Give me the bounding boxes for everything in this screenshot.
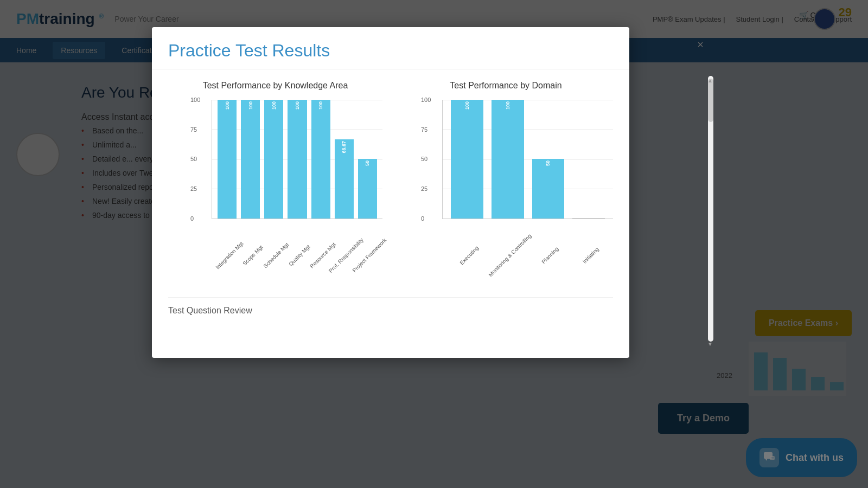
modal-close-button[interactable]: ×	[693, 37, 708, 52]
bar-initiating-fill	[572, 218, 605, 219]
bar-initiating: Initiating	[572, 100, 605, 219]
bar-prof-resp-fill: 66.67	[335, 139, 354, 219]
bar-integration-fill: 100	[218, 100, 237, 219]
chart1-y50: 50	[190, 156, 197, 162]
chart2-y25: 25	[421, 185, 427, 192]
bar-monitoring-fill: 100	[492, 100, 524, 219]
chart1-area: 100 75 50 25 0	[168, 100, 382, 262]
bar-schedule-value: 100	[271, 101, 277, 110]
modal-scrollbar[interactable]	[708, 76, 713, 342]
bar-planning-label: Planning	[541, 246, 560, 265]
bar-integration-label: Integration Mgt	[214, 240, 244, 270]
chart1-y100: 100	[190, 97, 200, 103]
bar-schedule: 100 Schedule Mgt	[264, 100, 283, 219]
bar-initiating-label: Initiating	[582, 246, 600, 265]
bar-quality-value: 100	[295, 101, 300, 110]
bar-planning-fill: 50	[532, 159, 565, 219]
chart-domain: Test Performance by Domain 100 75 50 25	[399, 80, 613, 286]
bar-executing: 100 Executing	[451, 100, 483, 219]
bar-prof-resp-value: 66.67	[341, 141, 347, 153]
chart2-y100: 100	[421, 97, 431, 103]
bar-planning-value: 50	[545, 160, 551, 166]
bar-proj-framework-fill: 50	[358, 159, 377, 219]
chart2-y50: 50	[421, 156, 427, 162]
chart2-bars: 100 Executing 100 Monitoring & Contr	[443, 100, 613, 219]
bar-scope-value: 100	[248, 101, 253, 110]
bar-resource: 100 Resource Mgt	[311, 100, 330, 219]
footer-peek-text: Test Question Review	[168, 306, 252, 315]
bar-scope: 100 Scope Mgt	[241, 100, 260, 219]
bar-executing-value: 100	[464, 101, 470, 110]
bar-quality-label: Quality Mgt	[288, 243, 311, 267]
bar-executing-label: Executing	[458, 245, 480, 266]
bar-quality: 100 Quality Mgt	[288, 100, 307, 219]
charts-container: Test Performance by Knowledge Area 100 7…	[168, 80, 613, 286]
scroll-up-arrow[interactable]: ▲	[707, 78, 713, 84]
chart1-title: Test Performance by Knowledge Area	[168, 80, 382, 92]
modal-body: Test Performance by Knowledge Area 100 7…	[152, 69, 629, 358]
bar-monitoring: 100 Monitoring & Controlling	[492, 100, 524, 219]
chart2-title: Test Performance by Domain	[399, 80, 613, 92]
scroll-down-arrow[interactable]: ▼	[707, 341, 713, 347]
chart1-y75: 75	[190, 126, 197, 133]
bar-scope-label: Scope Mgt	[241, 244, 264, 267]
chart1-y0: 0	[190, 215, 194, 222]
bar-quality-fill: 100	[288, 100, 307, 219]
bar-resource-value: 100	[318, 101, 323, 110]
modal-title: Practice Test Results	[168, 41, 613, 61]
bar-planning: 50 Planning	[532, 100, 565, 219]
chart1-bars: 100 Integration Mgt 100 Scope Mgt	[212, 100, 382, 219]
bar-proj-framework-value: 50	[365, 160, 370, 166]
chart2-area: 100 75 50 25 0	[399, 100, 613, 262]
bar-integration-value: 100	[225, 101, 230, 110]
bar-prof-resp: 66.67 Prof. Responsibility	[335, 100, 354, 219]
bar-proj-framework: 50 Project Framework	[358, 100, 377, 219]
bar-executing-fill: 100	[451, 100, 483, 219]
chart1-inner: 100 75 50 25 0	[212, 100, 382, 219]
modal-dialog: Practice Test Results Test Performance b…	[152, 27, 629, 358]
bar-monitoring-value: 100	[505, 101, 510, 110]
modal-scrollbar-thumb[interactable]	[708, 79, 713, 122]
chart2-y75: 75	[421, 126, 427, 133]
modal-header: Practice Test Results	[152, 27, 629, 69]
bar-scope-fill: 100	[241, 100, 260, 219]
bar-monitoring-label: Monitoring & Controlling	[487, 233, 532, 278]
bar-integration: 100 Integration Mgt	[218, 100, 237, 219]
chart2-y0: 0	[421, 215, 424, 222]
bar-schedule-fill: 100	[264, 100, 283, 219]
bar-resource-fill: 100	[311, 100, 330, 219]
chart1-y25: 25	[190, 185, 197, 192]
bar-schedule-label: Schedule Mgt	[262, 241, 290, 269]
chart2-inner: 100 75 50 25 0	[442, 100, 613, 219]
modal-footer-peek: Test Question Review	[168, 297, 613, 316]
chart-knowledge-area: Test Performance by Knowledge Area 100 7…	[168, 80, 382, 286]
